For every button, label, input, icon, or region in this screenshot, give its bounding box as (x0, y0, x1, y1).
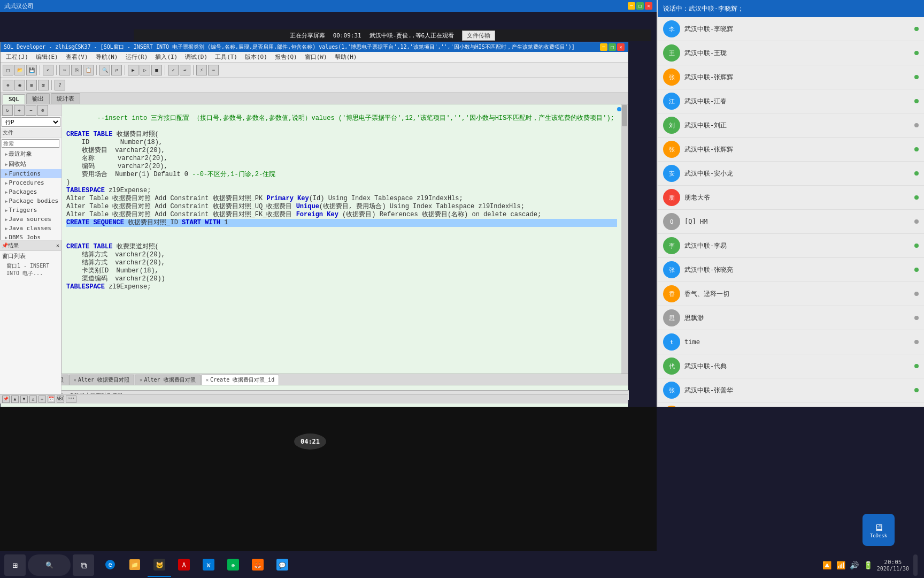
bt-special[interactable]: ³⁰⁴ (66, 396, 76, 403)
bt-tri-up[interactable]: △ (29, 396, 37, 403)
menu-navigate[interactable]: 导航(N) (93, 52, 121, 62)
chat-item-10[interactable]: 张 武汉中联-张晓亮 (658, 258, 924, 282)
taskbar-app5[interactable]: 🦊 (246, 553, 270, 577)
tb-connect[interactable]: ⚡ (196, 65, 207, 75)
tree-item-java-sources[interactable]: ▶Java sources (1, 215, 61, 224)
tree-item-java-classes[interactable]: ▶Java classes (1, 224, 61, 233)
chat-item-1[interactable]: 王 武汉中联-王珑 (658, 41, 924, 65)
result-tab-2-close[interactable]: ✕ (74, 377, 76, 383)
lp-remove[interactable]: − (26, 105, 36, 116)
ide-maximize[interactable]: □ (609, 43, 616, 51)
tab-sql[interactable]: SQL (3, 94, 25, 104)
tb-more[interactable]: ⋯ (208, 65, 219, 75)
tab-output[interactable]: 输出 (26, 93, 50, 104)
scrollbar-thumb[interactable] (622, 105, 627, 126)
result-tab-2[interactable]: ✕ Alter 收据费目对照 (69, 375, 135, 385)
menu-help[interactable]: 帮助(H) (332, 52, 360, 62)
close-button[interactable]: ✕ (645, 2, 652, 10)
search-button[interactable]: 🔍 (28, 554, 71, 576)
tree-item-packages[interactable]: ▶Packages (1, 187, 61, 196)
chat-item-4[interactable]: 刘 武汉中联-刘正 (658, 113, 924, 138)
tree-item-triggers[interactable]: ▶Triggers (1, 206, 61, 215)
chat-item-14[interactable]: 代 武汉中联-代典 (658, 354, 924, 378)
taskbar-clock[interactable]: 20:05 2020/11/30 (877, 559, 909, 572)
menu-report[interactable]: 报告(Q) (272, 52, 301, 62)
taskbar-app2[interactable]: A (172, 553, 196, 577)
tb-run[interactable]: ▶ (128, 65, 138, 75)
start-button[interactable]: ⊞ (4, 554, 26, 576)
task-view-button[interactable]: ⧉ (73, 554, 94, 576)
menu-insert[interactable]: 插入(I) (152, 52, 181, 62)
chat-item-2[interactable]: 张 武汉中联-张辉辉 (658, 65, 924, 89)
minimize-button[interactable]: ─ (628, 2, 635, 10)
tb-new[interactable]: □ (3, 65, 13, 75)
menu-view[interactable]: 查看(V) (63, 52, 91, 62)
todesk-button[interactable]: 🖥 ToDesk (863, 514, 895, 546)
chat-item-5[interactable]: 张 武汉中联-张辉辉 (658, 138, 924, 162)
taskbar-app1[interactable]: 🐱 (148, 553, 171, 577)
bt-up[interactable]: ▲ (11, 396, 19, 403)
tb2-help[interactable]: ? (55, 80, 65, 90)
taskbar-app3[interactable]: W (197, 553, 220, 577)
taskbar-app4[interactable]: ⊕ (221, 553, 245, 577)
lp2-close[interactable]: ✕ (56, 242, 59, 248)
tb-paste[interactable]: 📋 (83, 65, 94, 75)
chat-item-15[interactable]: 张 武汉中联-张善华 (658, 378, 924, 402)
ide-minimize[interactable]: ─ (600, 43, 607, 51)
tb2-b3[interactable]: ⊞ (26, 80, 37, 90)
chat-item-11[interactable]: 香 香气、迳释一切 (658, 282, 924, 306)
lp2-window-list[interactable]: 窗口列表 (0, 251, 61, 261)
bt-pin[interactable]: 📌 (2, 396, 10, 403)
menu-version[interactable]: 版本(O) (242, 52, 271, 62)
tree-item-recent[interactable]: ▶最近对象 (1, 149, 61, 159)
vertical-scrollbar[interactable] (621, 104, 628, 374)
chat-item-16[interactable]: 付 武汉中联-付样 (658, 402, 924, 407)
lp-refresh[interactable]: ↻ (2, 105, 13, 116)
chat-item-0[interactable]: 李 武汉中联-李晓辉 (658, 17, 924, 41)
menu-tools[interactable]: 工具(T) (212, 52, 241, 62)
menu-debug[interactable]: 调试(D) (182, 52, 211, 62)
taskbar-app6[interactable]: 💬 (271, 553, 294, 577)
taskbar-explorer[interactable]: 📁 (123, 553, 147, 577)
result-tab-3[interactable]: ✕ Alter 收据费目对照 (135, 375, 201, 385)
chat-item-13[interactable]: t time (658, 330, 924, 354)
chat-item-6[interactable]: 安 武汉中联-安小龙 (658, 162, 924, 186)
tree-item-recycle[interactable]: ▶回收站 (1, 159, 61, 169)
connections-dropdown[interactable]: 行P ects (2, 117, 60, 127)
tree-item-functions[interactable]: ▶Functions (1, 169, 61, 178)
show-desktop-button[interactable] (913, 554, 918, 576)
bt-abc[interactable]: ABC (57, 396, 64, 403)
tree-item-package-bodies[interactable]: ▶Package bodies (1, 196, 61, 206)
result-tab-3-close[interactable]: ✕ (140, 377, 142, 383)
editor-content[interactable]: --insert into 三方接口配置 （接口号,参数号,参数名,参数值,说明… (62, 104, 621, 374)
tb-save[interactable]: 💾 (26, 65, 37, 75)
chat-item-9[interactable]: 李 武汉中联-李易 (658, 234, 924, 258)
maximize-button[interactable]: □ (636, 2, 644, 10)
tb-undo[interactable]: ↶ (43, 65, 53, 75)
tb-find[interactable]: 🔍 (99, 65, 110, 75)
tb-copy[interactable]: ⎘ (71, 65, 82, 75)
lp-settings[interactable]: ⚙ (37, 105, 48, 116)
tb-commit[interactable]: ✓ (168, 65, 179, 75)
filter-input[interactable] (2, 139, 59, 148)
menu-edit[interactable]: 编辑(E) (33, 52, 61, 62)
tb2-b4[interactable]: ⊠ (38, 80, 49, 90)
editor-area[interactable]: --insert into 三方接口配置 （接口号,参数号,参数名,参数值,说明… (62, 104, 628, 374)
tb-stop[interactable]: ■ (151, 65, 162, 75)
result-tab-4-close[interactable]: ✕ (206, 377, 209, 383)
menu-window[interactable]: 窗口(W) (302, 52, 330, 62)
tb-run-script[interactable]: ▷ (140, 65, 150, 75)
bt-down[interactable]: ▼ (20, 396, 28, 403)
file-transfer-button[interactable]: 文件传输 (462, 31, 495, 41)
tree-item-procedures[interactable]: ▶Procedures (1, 178, 61, 187)
menu-project[interactable]: 工程(J) (3, 52, 32, 62)
lp2-sql-window[interactable]: 窗口1 - INSERT INTO 电子... (0, 261, 61, 278)
lp-add[interactable]: + (14, 105, 25, 116)
menu-run[interactable]: 运行(R) (122, 52, 151, 62)
taskbar-edge[interactable]: e (98, 553, 122, 577)
tb2-b1[interactable]: ⊕ (3, 80, 13, 90)
bt-calendar[interactable]: 📅 (48, 396, 55, 403)
chat-item-12[interactable]: 思 思飘渺 (658, 306, 924, 330)
chat-item-3[interactable]: 江 武汉中联-江春 (658, 89, 924, 113)
chat-list[interactable]: 李 武汉中联-李晓辉 王 武汉中联-王珑 张 武汉中联-张辉辉 江 武汉中联-江… (658, 17, 924, 407)
